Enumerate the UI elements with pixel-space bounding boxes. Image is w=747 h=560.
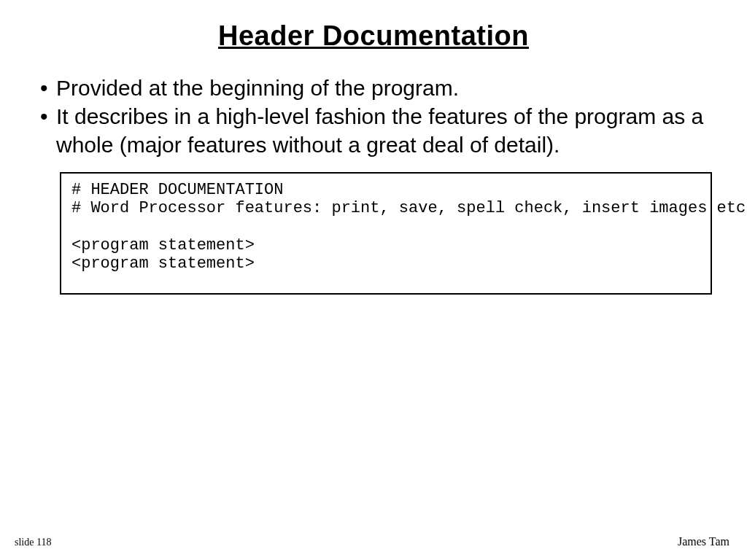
bullet-item: • Provided at the beginning of the progr…	[40, 74, 718, 102]
bullet-dot-icon: •	[40, 102, 53, 159]
author-name: James Tam	[678, 535, 729, 548]
slide-number: slide 118	[15, 537, 51, 548]
bullet-item: • It describes in a high-level fashion t…	[40, 102, 718, 159]
code-example-box: # HEADER DOCUMENTATION # Word Processor …	[60, 172, 712, 295]
slide-title: Header Documentation	[0, 0, 747, 52]
bullet-text: Provided at the beginning of the program…	[56, 74, 459, 102]
slide: Header Documentation • Provided at the b…	[0, 0, 747, 560]
bullet-dot-icon: •	[40, 74, 53, 102]
bullet-list: • Provided at the beginning of the progr…	[0, 52, 747, 159]
bullet-text: It describes in a high-level fashion the…	[56, 102, 718, 159]
